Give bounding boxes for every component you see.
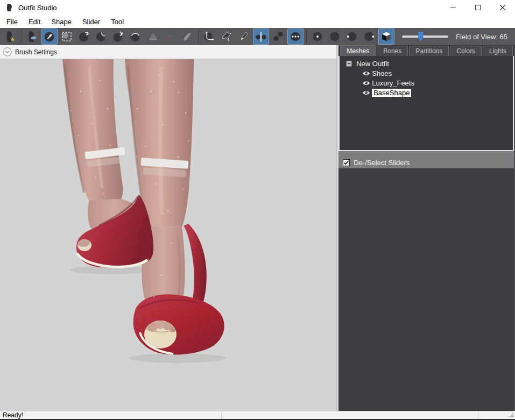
tab-lights[interactable]: Lights <box>483 46 513 56</box>
outfit-studio-window: Outfit Studio File Edit Shape Slider Too… <box>0 0 515 420</box>
tree-label: New Outfit <box>356 60 389 68</box>
tree-item-new-outfit[interactable]: New Outfit <box>340 59 513 68</box>
meshes-tree: New Outfit Shoes Luxury_Feets <box>338 56 514 151</box>
smooth-brush-button[interactable] <box>128 29 144 45</box>
menu-shape[interactable]: Shape <box>46 15 77 28</box>
new-project-icon <box>4 31 16 42</box>
load-project-button[interactable] <box>24 29 40 45</box>
tab-bones[interactable]: Bones <box>377 46 408 56</box>
menu-edit[interactable]: Edit <box>23 15 46 28</box>
minimize-button[interactable] <box>441 0 465 15</box>
tab-meshes[interactable]: Meshes <box>340 45 376 56</box>
move-brush-icon <box>112 31 124 42</box>
alpha-brush-icon <box>181 31 193 42</box>
menu-file[interactable]: File <box>1 15 23 28</box>
menu-tool[interactable]: Tool <box>105 15 129 28</box>
alpha-brush-button[interactable] <box>179 29 195 45</box>
tree-label: Shoes <box>372 69 392 77</box>
chevron-down-circle-icon[interactable] <box>3 47 12 56</box>
edit-pencil-tool-button[interactable] <box>236 29 252 45</box>
tree-label: Luxury_Feets <box>372 79 414 87</box>
minimize-icon <box>450 5 456 11</box>
inflate-brush-button[interactable] <box>76 29 92 45</box>
new-project-button[interactable] <box>2 29 18 45</box>
fov-slider[interactable] <box>402 35 448 38</box>
perspective-cube-icon <box>380 31 392 42</box>
menubar: File Edit Shape Slider Tool <box>0 15 515 28</box>
load-project-icon <box>26 31 38 42</box>
menu-slider[interactable]: Slider <box>77 15 105 28</box>
color-brush-icon <box>164 31 176 42</box>
color-brush-button[interactable] <box>162 29 178 45</box>
panel-gap <box>338 151 514 157</box>
close-button[interactable] <box>490 0 515 15</box>
pencil-icon <box>238 31 250 42</box>
view-left-icon <box>346 31 358 42</box>
brush-settings-bar[interactable]: Brush Settings <box>0 45 336 59</box>
viewport-3d[interactable] <box>0 59 336 411</box>
smooth-brush-icon <box>130 31 142 42</box>
sliders-header: De-/Select Sliders <box>338 157 514 168</box>
fov-slider-thumb[interactable] <box>418 32 424 41</box>
sliders-header-label: De-/Select Sliders <box>354 159 410 167</box>
tree-item-luxury-feets[interactable]: Luxury_Feets <box>340 78 513 88</box>
flatten-brush-button[interactable] <box>145 29 161 45</box>
panel-tabs: Meshes Bones Partitions Colors Lights <box>338 45 514 56</box>
view-right-icon <box>363 31 375 42</box>
brush-collision-toggle[interactable] <box>287 29 304 45</box>
view-front-button[interactable] <box>309 29 326 45</box>
connected-only-toggle[interactable] <box>270 29 286 45</box>
toolbar: Field of View: 65 <box>0 28 515 45</box>
brush-settings-label: Brush Settings <box>15 48 57 56</box>
toolbar-separator <box>21 30 22 44</box>
visibility-eye-icon[interactable] <box>362 80 370 86</box>
tree-item-baseshape[interactable]: BaseShape <box>340 88 513 97</box>
toolbar-separator <box>198 30 199 44</box>
maximize-button[interactable] <box>465 0 490 15</box>
deselect-sliders-checkbox[interactable] <box>343 159 350 166</box>
view-back-button[interactable] <box>327 29 343 45</box>
collapse-icon[interactable] <box>346 61 352 67</box>
deflate-brush-button[interactable] <box>93 29 109 45</box>
flatten-brush-icon <box>147 31 159 42</box>
pin-vertex-tool-button[interactable] <box>218 29 235 45</box>
x-mirror-toggle[interactable] <box>253 29 269 45</box>
select-tool-icon <box>44 31 55 42</box>
mask-brush-icon <box>61 31 73 42</box>
brush-collision-icon <box>290 31 301 42</box>
view-left-button[interactable] <box>344 29 360 45</box>
sliders-list-area[interactable] <box>338 168 514 411</box>
x-mirror-icon <box>255 31 267 42</box>
checkmark-icon <box>343 160 349 166</box>
pin-vertex-icon <box>221 31 232 42</box>
view-back-icon <box>329 31 341 42</box>
view-front-icon <box>312 31 323 42</box>
resize-grip[interactable] <box>509 412 514 418</box>
visibility-eye-icon[interactable] <box>362 70 370 76</box>
perspective-toggle[interactable] <box>378 29 394 45</box>
tree-item-shoes[interactable]: Shoes <box>340 68 513 78</box>
transform-tool-icon <box>203 31 215 42</box>
mask-brush-button[interactable] <box>59 29 75 45</box>
transform-tool-button[interactable] <box>201 29 217 45</box>
statusbar: Ready! <box>0 411 515 419</box>
connected-vertices-icon <box>272 31 284 42</box>
window-title: Outfit Studio <box>18 4 57 12</box>
view-right-button[interactable] <box>361 29 377 45</box>
move-brush-button[interactable] <box>110 29 126 45</box>
tab-partitions[interactable]: Partitions <box>409 46 449 56</box>
close-icon <box>499 4 506 11</box>
maximize-icon <box>475 5 481 11</box>
tree-label-selected: BaseShape <box>372 89 411 97</box>
visibility-eye-icon[interactable] <box>362 90 370 96</box>
status-section-right <box>478 411 515 419</box>
viewport-3d-scene <box>0 59 336 411</box>
status-message: Ready! <box>0 411 222 419</box>
tab-colors[interactable]: Colors <box>450 46 482 56</box>
fov-label: Field of View: 65 <box>456 33 507 41</box>
toolbar-separator <box>306 30 307 44</box>
deflate-brush-icon <box>95 31 107 42</box>
select-tool-button[interactable] <box>41 29 58 45</box>
fov-control: Field of View: 65 <box>402 33 515 41</box>
inflate-brush-icon <box>78 31 90 42</box>
